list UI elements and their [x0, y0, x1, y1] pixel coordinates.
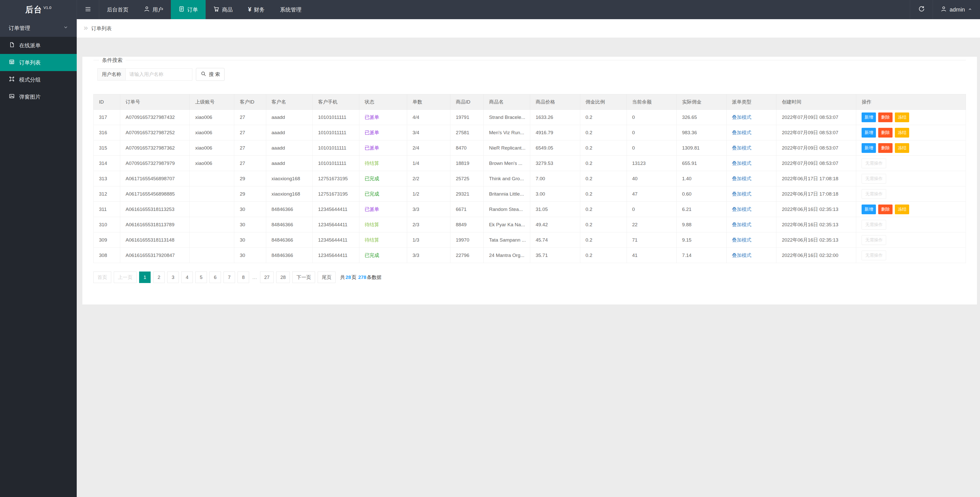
topnav-item-label: 财务	[254, 6, 265, 13]
popup-image-icon	[9, 93, 15, 100]
dispatch-type-link[interactable]: 叠加模式	[732, 176, 751, 181]
orders-table-header: ID订单号上级账号客户ID客户名客户手机状态单数商品ID商品名商品价格佣金比例当…	[94, 94, 966, 110]
user-menu[interactable]: admin	[933, 0, 980, 19]
add-button[interactable]: 新增	[862, 143, 876, 153]
cell-dispatch-type: 叠加模式	[727, 110, 776, 125]
cell-count: 2/4	[407, 140, 450, 156]
dispatch-type-link[interactable]: 叠加模式	[732, 206, 751, 212]
cell-count: 3/3	[407, 202, 450, 217]
column-header-2: 上级账号	[190, 94, 234, 110]
dispatch-type-link[interactable]: 叠加模式	[732, 252, 751, 258]
cell-order-no: A07091657327987252	[120, 125, 190, 140]
dispatch-type-link[interactable]: 叠加模式	[732, 145, 751, 151]
add-button[interactable]: 新增	[862, 113, 876, 122]
dispatch-type-link[interactable]: 叠加模式	[732, 160, 751, 166]
cell-commission-ratio: 0.2	[580, 217, 627, 232]
cell-customer-phone: 10101011111	[312, 140, 359, 156]
hamburger-icon	[85, 6, 91, 14]
cell-product-id: 29321	[450, 186, 484, 202]
cell-ops: 无需操作	[856, 248, 966, 263]
online-dispatch-icon	[9, 42, 15, 49]
delete-button[interactable]: 删除	[878, 205, 892, 214]
cell-customer-id: 27	[234, 156, 266, 171]
freeze-button[interactable]: 冻结	[895, 128, 909, 138]
refresh-button[interactable]	[910, 0, 933, 19]
topnav-item-finance[interactable]: ¥财务	[240, 0, 272, 19]
search-button[interactable]: 搜 索	[196, 68, 224, 81]
sidebar-item-popup-image[interactable]: 弹窗图片	[0, 88, 77, 105]
topnav-item-system[interactable]: 系统管理	[272, 0, 309, 19]
sidebar-item-mode-group[interactable]: 模式分组	[0, 71, 77, 88]
sidebar-item-order-list[interactable]: 订单列表	[0, 54, 77, 71]
column-header-14: 派单类型	[727, 94, 776, 110]
topnav-item-home[interactable]: 后台首页	[99, 0, 136, 19]
delete-button[interactable]: 删除	[878, 113, 892, 122]
cell-actual-commission: 0.60	[676, 186, 726, 202]
orders-table-body: 317A07091657327987432xiao00627aaadd10101…	[94, 110, 966, 263]
page-number-button-27[interactable]: 27	[260, 272, 274, 283]
cell-product-id: 18819	[450, 156, 484, 171]
dispatch-type-link[interactable]: 叠加模式	[732, 191, 751, 197]
cell-product-price: 45.74	[530, 232, 580, 248]
dispatch-type-link[interactable]: 叠加模式	[732, 222, 751, 227]
cell-product-name: Men's Viz Run...	[484, 125, 530, 140]
cell-dispatch-type: 叠加模式	[727, 156, 776, 171]
delete-button[interactable]: 删除	[878, 143, 892, 153]
topnav-item-orders[interactable]: 订单	[171, 0, 205, 19]
cell-product-price: 6549.05	[530, 140, 580, 156]
page-number-button-1[interactable]: 1	[139, 272, 151, 283]
cell-commission-ratio: 0.2	[580, 125, 627, 140]
app-root: 后台 V1.0 后台首页用户订单商品¥财务系统管理 admin 订单管理 在线派…	[0, 0, 980, 497]
cell-id: 315	[94, 140, 120, 156]
topnav-item-goods[interactable]: 商品	[205, 0, 240, 19]
cell-order-no: A06171655456898885	[120, 186, 190, 202]
page-number-button-8[interactable]: 8	[238, 272, 249, 283]
cell-balance: 22	[627, 217, 676, 232]
search-input[interactable]	[126, 68, 192, 81]
dispatch-type-link[interactable]: 叠加模式	[732, 130, 751, 135]
dispatch-type-link[interactable]: 叠加模式	[732, 237, 751, 243]
cell-id: 312	[94, 186, 120, 202]
cell-customer-phone: 12345644411	[312, 248, 359, 263]
cell-balance: 13123	[627, 156, 676, 171]
cell-customer-id: 30	[234, 248, 266, 263]
sidebar-toggle-button[interactable]	[77, 0, 99, 19]
page-number-button-4[interactable]: 4	[181, 272, 193, 283]
sidebar-group-order-management[interactable]: 订单管理	[0, 19, 77, 37]
refresh-icon	[918, 6, 925, 14]
page-number-button-2[interactable]: 2	[153, 272, 165, 283]
page-number-button-3[interactable]: 3	[167, 272, 179, 283]
add-button[interactable]: 新增	[862, 128, 876, 138]
freeze-button[interactable]: 冻结	[895, 143, 909, 153]
topnav-item-users[interactable]: 用户	[136, 0, 171, 19]
page-next-button[interactable]: 下一页	[292, 272, 315, 283]
cell-count: 3/4	[407, 125, 450, 140]
freeze-button[interactable]: 冻结	[895, 205, 909, 214]
page-number-button-6[interactable]: 6	[210, 272, 221, 283]
cell-actual-commission: 6.21	[676, 202, 726, 217]
cell-product-name: Brown Men's ...	[484, 156, 530, 171]
freeze-button[interactable]: 冻结	[895, 113, 909, 122]
dispatch-type-link[interactable]: 叠加模式	[732, 114, 751, 120]
table-row: 316A07091657327987252xiao00627aaadd10101…	[94, 125, 966, 140]
page-number-button-7[interactable]: 7	[224, 272, 235, 283]
cell-product-price: 35.71	[530, 248, 580, 263]
cell-commission-ratio: 0.2	[580, 171, 627, 186]
column-header-15: 创建时间	[776, 94, 856, 110]
delete-button[interactable]: 删除	[878, 128, 892, 138]
page-last-button[interactable]: 尾页	[318, 272, 336, 283]
page-number-button-5[interactable]: 5	[196, 272, 207, 283]
add-button[interactable]: 新增	[862, 205, 876, 214]
user-icon	[144, 6, 150, 13]
cell-balance: 0	[627, 140, 676, 156]
search-form: 用户名称 搜 索	[97, 68, 966, 81]
status-badge: 待结算	[365, 222, 379, 227]
table-row: 313A0617165545689870729xiaoxiong16812751…	[94, 171, 966, 186]
cell-dispatch-type: 叠加模式	[727, 140, 776, 156]
cell-customer-id: 30	[234, 202, 266, 217]
sidebar-item-online-dispatch[interactable]: 在线派单	[0, 37, 77, 54]
cell-id: 313	[94, 171, 120, 186]
cell-dispatch-type: 叠加模式	[727, 186, 776, 202]
cell-commission-ratio: 0.2	[580, 186, 627, 202]
page-number-button-28[interactable]: 28	[276, 272, 290, 283]
